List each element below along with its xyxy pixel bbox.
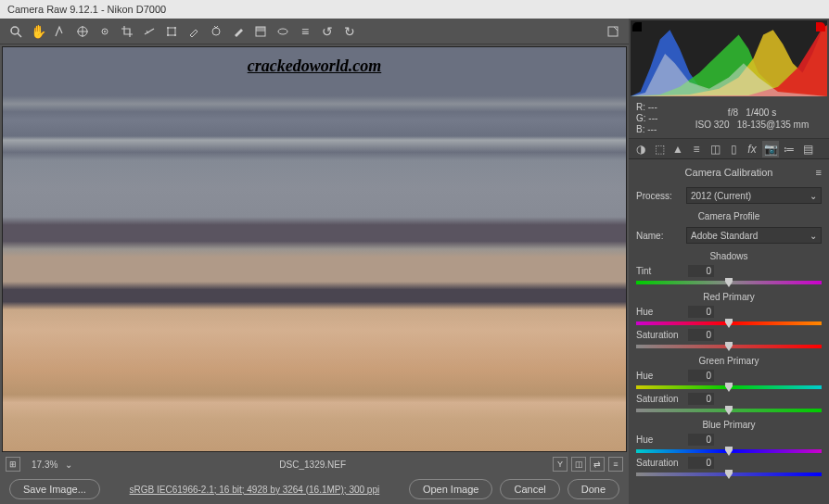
presets-tab-icon[interactable]: ≔ xyxy=(781,141,797,158)
footer: Save Image... sRGB IEC61966-2.1; 16 bit;… xyxy=(0,474,629,504)
save-image-button[interactable]: Save Image... xyxy=(9,479,100,499)
shadows-header: Shadows xyxy=(636,251,822,261)
spot-removal-tool-icon[interactable] xyxy=(184,21,204,42)
shadow-clip-icon[interactable] xyxy=(632,22,642,32)
blue-hue-value[interactable]: 0 xyxy=(688,434,714,446)
red-sat-label: Saturation xyxy=(636,330,682,340)
svg-point-12 xyxy=(167,34,169,36)
menu-icon[interactable]: ≡ xyxy=(608,457,623,472)
rotate-right-icon[interactable]: ↻ xyxy=(339,21,360,42)
tint-label: Tint xyxy=(636,266,682,276)
main-toolbar: ✋ ≡ ↺ ↻ xyxy=(0,19,629,44)
color-sampler-tool-icon[interactable] xyxy=(72,21,93,42)
red-hue-slider[interactable] xyxy=(636,321,822,325)
preferences-tool-icon[interactable]: ≡ xyxy=(295,21,315,42)
radial-filter-tool-icon[interactable] xyxy=(273,21,293,42)
filename: DSC_1329.NEF xyxy=(80,460,545,470)
svg-point-10 xyxy=(167,27,169,29)
tint-slider[interactable] xyxy=(636,281,822,284)
blue-sat-slider[interactable] xyxy=(636,472,822,476)
fx-tab-icon[interactable]: fx xyxy=(744,141,760,158)
workflow-link[interactable]: sRGB IEC61966-2.1; 16 bit; 4928 by 3264 … xyxy=(108,485,402,495)
zoom-tool-icon[interactable] xyxy=(6,21,26,42)
green-primary-header: Green Primary xyxy=(636,356,822,366)
adjustment-brush-tool-icon[interactable] xyxy=(228,21,249,42)
histogram[interactable] xyxy=(631,20,827,96)
hsl-tab-icon[interactable]: ≡ xyxy=(688,141,705,158)
red-eye-tool-icon[interactable] xyxy=(206,21,226,42)
svg-rect-18 xyxy=(256,27,265,32)
svg-point-11 xyxy=(174,27,176,29)
green-hue-value[interactable]: 0 xyxy=(688,370,714,382)
zoom-dropdown-icon[interactable]: ⌄ xyxy=(65,460,72,470)
red-primary-header: Red Primary xyxy=(636,292,822,302)
compare-icon[interactable]: ◫ xyxy=(571,457,586,472)
swap-icon[interactable]: ⇄ xyxy=(590,457,605,472)
graduated-filter-tool-icon[interactable] xyxy=(250,21,271,42)
done-button[interactable]: Done xyxy=(568,479,619,499)
window-title: Camera Raw 9.12.1 - Nikon D7000 xyxy=(7,4,166,15)
zoom-level[interactable]: 17.3% xyxy=(28,460,61,470)
highlight-clip-icon[interactable] xyxy=(816,22,825,32)
svg-point-13 xyxy=(174,34,176,36)
process-label: Process: xyxy=(636,191,681,201)
blue-primary-header: Blue Primary xyxy=(636,420,822,430)
svg-line-1 xyxy=(18,33,21,37)
svg-line-16 xyxy=(216,26,218,28)
green-sat-label: Saturation xyxy=(636,394,682,404)
crop-tool-icon[interactable] xyxy=(117,21,137,42)
y-toggle[interactable]: Y xyxy=(553,457,568,472)
watermark-text: crackedoworld.com xyxy=(248,57,381,76)
profile-dropdown[interactable]: Adobe Standard xyxy=(686,227,822,244)
name-label: Name: xyxy=(636,231,681,241)
hand-tool-icon[interactable]: ✋ xyxy=(28,21,48,42)
blue-sat-label: Saturation xyxy=(636,458,682,468)
calibration-tab-icon[interactable]: 📷 xyxy=(762,141,779,158)
transform-tool-icon[interactable] xyxy=(161,21,182,42)
svg-point-14 xyxy=(212,28,220,35)
toggle-mark-icon[interactable] xyxy=(603,21,623,42)
red-hue-value[interactable]: 0 xyxy=(688,306,714,318)
blue-hue-label: Hue xyxy=(636,435,682,445)
camera-profile-header: Camera Profile xyxy=(636,211,822,221)
open-image-button[interactable]: Open Image xyxy=(409,479,493,499)
info-strip: R: --- G: --- B: --- f/8 1/400 s ISO 320… xyxy=(629,98,829,139)
blue-hue-slider[interactable] xyxy=(636,449,822,453)
panel-title: Camera Calibration xyxy=(685,167,773,178)
split-tab-icon[interactable]: ◫ xyxy=(707,141,723,158)
svg-line-15 xyxy=(214,26,216,28)
red-hue-label: Hue xyxy=(636,307,682,317)
lens-tab-icon[interactable]: ▯ xyxy=(725,141,742,158)
detail-tab-icon[interactable]: ▲ xyxy=(670,141,686,158)
zoom-grid-icon[interactable]: ⊞ xyxy=(6,457,20,472)
tint-value[interactable]: 0 xyxy=(688,265,714,277)
green-hue-slider[interactable] xyxy=(636,385,822,389)
blue-sat-value[interactable]: 0 xyxy=(688,457,714,469)
svg-rect-20 xyxy=(608,27,618,36)
status-bar: ⊞ 17.3% ⌄ DSC_1329.NEF Y ◫ ⇄ ≡ xyxy=(0,454,629,474)
white-balance-tool-icon[interactable] xyxy=(50,21,70,42)
svg-rect-9 xyxy=(168,28,175,35)
target-adjustment-tool-icon[interactable] xyxy=(95,21,115,42)
svg-point-19 xyxy=(278,29,287,34)
red-sat-slider[interactable] xyxy=(636,345,822,348)
image-preview[interactable]: crackedoworld.com xyxy=(2,46,627,452)
svg-line-7 xyxy=(145,29,154,34)
svg-point-0 xyxy=(11,27,19,34)
straighten-tool-icon[interactable] xyxy=(139,21,159,42)
panel-tabs: ◑ ⬚ ▲ ≡ ◫ ▯ fx 📷 ≔ ▤ xyxy=(629,139,829,159)
red-sat-value[interactable]: 0 xyxy=(688,329,714,341)
green-hue-label: Hue xyxy=(636,371,682,381)
cancel-button[interactable]: Cancel xyxy=(500,479,559,499)
green-sat-value[interactable]: 0 xyxy=(688,393,714,405)
green-sat-slider[interactable] xyxy=(636,409,822,412)
svg-point-6 xyxy=(104,31,106,32)
snapshots-tab-icon[interactable]: ▤ xyxy=(799,141,816,158)
panel-menu-icon[interactable]: ≡ xyxy=(816,167,822,178)
rotate-left-icon[interactable]: ↺ xyxy=(317,21,338,42)
panel-body: Camera Calibration ≡ Process: 2012 (Curr… xyxy=(629,159,829,504)
curve-tab-icon[interactable]: ⬚ xyxy=(651,141,668,158)
title-bar: Camera Raw 9.12.1 - Nikon D7000 xyxy=(0,0,829,19)
basic-tab-icon[interactable]: ◑ xyxy=(632,141,649,158)
process-dropdown[interactable]: 2012 (Current) xyxy=(686,187,822,204)
